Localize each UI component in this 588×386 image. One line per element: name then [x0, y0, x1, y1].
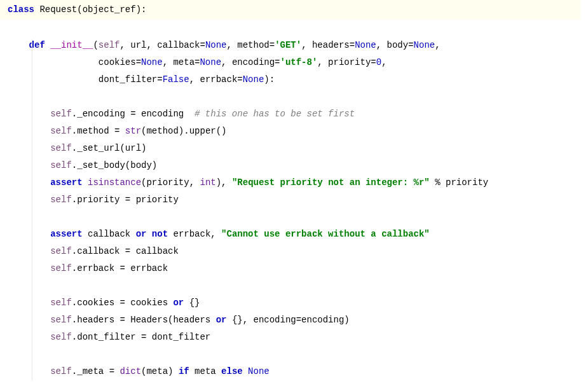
body-encoding: self._encoding = encoding # this one has… [8, 106, 588, 123]
keyword-assert: assert [50, 229, 82, 239]
method-assign: .method = [72, 126, 125, 136]
num-zero: 0 [376, 57, 381, 67]
headers-a: .headers = Headers(headers [72, 315, 216, 325]
headers-b: {}, encoding=encoding) [226, 315, 349, 325]
errback-assign: .errback = errback [72, 263, 168, 273]
params-1b: , method= [227, 40, 275, 50]
assert-string-2: "Cannot use errback without a callback" [221, 229, 430, 239]
encoding-assign: ._encoding = encoding [72, 109, 195, 119]
self-ref: self [50, 160, 72, 170]
assert-string-1: "Request priority not an integer: %r" [232, 177, 430, 188]
meta-a: ._meta = [72, 366, 120, 376]
comment-text: # this one has to be set first [195, 109, 355, 119]
def-line-1: def __init__(self, url, callback=None, m… [8, 37, 588, 54]
self-ref: self [50, 332, 72, 342]
keyword-else: else [221, 366, 243, 376]
keyword-if: if [179, 366, 189, 376]
indent-guide [32, 39, 32, 380]
params-2d: , priority= [317, 57, 376, 67]
setbody-call: ._set_body(body) [72, 160, 157, 170]
params-2b: , meta= [163, 57, 200, 67]
body-meta: self._meta = dict(meta) if meta else Non… [8, 363, 588, 380]
body-headers: self.headers = Headers(headers or {}, en… [8, 312, 588, 329]
meta-c: meta [189, 366, 221, 376]
string-utf8: 'utf-8' [280, 57, 318, 67]
assert-eb: errback, [168, 229, 221, 239]
paren-open: ( [93, 40, 98, 50]
keyword-or: or [173, 298, 184, 308]
keyword-class: class [8, 4, 34, 15]
params-2e: , [381, 57, 386, 67]
params-2c: , encoding= [221, 57, 280, 67]
priority-assign: .priority = priority [72, 195, 179, 205]
int-builtin: int [200, 177, 215, 188]
none-literal: None [243, 74, 264, 85]
keyword-or: or [136, 229, 147, 239]
isinstance-call: isinstance [83, 177, 141, 188]
none-literal: None [355, 40, 376, 50]
callback-assign: .callback = callback [72, 246, 179, 256]
none-literal: None [141, 57, 163, 67]
self-ref: self [50, 366, 72, 376]
none-literal: None [414, 40, 435, 50]
param-self: self [99, 40, 120, 50]
self-ref: self [50, 315, 72, 325]
none-literal: None [200, 57, 221, 67]
keyword-assert: assert [50, 177, 82, 188]
keyword-or: or [216, 315, 227, 325]
body-assert-callback: assert callback or not errback, "Cannot … [8, 226, 588, 243]
body-assert-priority: assert isinstance(priority, int), "Reque… [8, 174, 588, 191]
params-3b: , errback= [189, 74, 243, 85]
body-dontfilter: self.dont_filter = dont_filter [8, 329, 588, 346]
blank-line [8, 277, 588, 294]
blank-line [8, 20, 588, 37]
cookies-b: {} [184, 298, 200, 308]
params-1e: , [435, 40, 440, 50]
assert-tail-1: % priority [430, 177, 488, 188]
none-literal: None [243, 366, 270, 376]
params-1c: , headers= [301, 40, 355, 50]
blank-line [8, 88, 588, 106]
seturl-call: ._set_url(url) [72, 143, 147, 153]
meta-b: (meta) [141, 366, 179, 376]
self-ref: self [50, 126, 72, 136]
body-method: self.method = str(method).upper() [8, 123, 588, 140]
self-ref: self [50, 143, 72, 153]
keyword-not: not [146, 229, 168, 239]
self-ref: self [50, 246, 72, 256]
str-builtin: str [125, 126, 141, 136]
def-line-2: cookies=None, meta=None, encoding='utf-8… [8, 54, 588, 71]
params-2a: cookies= [99, 57, 141, 67]
body-errback: self.errback = errback [8, 260, 588, 277]
init-name: __init__ [50, 40, 93, 50]
string-get: 'GET' [275, 40, 301, 50]
dict-builtin: dict [120, 366, 141, 376]
blank-line [8, 209, 588, 226]
params-3a: dont_filter= [99, 74, 163, 85]
code-block: class Request(object_ref): def __init__(… [0, 0, 588, 380]
body-callback: self.callback = callback [8, 243, 588, 260]
body-cookies: self.cookies = cookies or {} [8, 294, 588, 312]
class-def-line: class Request(object_ref): [0, 0, 580, 20]
params-1a: , url, callback= [120, 40, 205, 50]
self-ref: self [50, 263, 72, 273]
blank-line [8, 346, 588, 363]
assert-cb: callback [83, 229, 136, 239]
false-literal: False [163, 74, 189, 85]
params-1d: , body= [376, 40, 414, 50]
def-line-3: dont_filter=False, errback=None): [8, 71, 588, 88]
body-setbody: self._set_body(body) [8, 157, 588, 174]
cookies-a: .cookies = cookies [72, 298, 174, 308]
self-ref: self [50, 109, 72, 119]
isinstance-args2: ), [216, 177, 232, 188]
none-literal: None [205, 40, 227, 50]
class-signature: Request(object_ref): [34, 4, 146, 15]
isinstance-args1: (priority, [141, 177, 200, 188]
self-ref: self [50, 298, 72, 308]
body-seturl: self._set_url(url) [8, 140, 588, 157]
body-priority: self.priority = priority [8, 191, 588, 209]
self-ref: self [50, 195, 72, 205]
dontfilter-assign: .dont_filter = dont_filter [72, 332, 210, 342]
params-3c: ): [264, 74, 275, 85]
method-rest: (method).upper() [141, 126, 226, 136]
